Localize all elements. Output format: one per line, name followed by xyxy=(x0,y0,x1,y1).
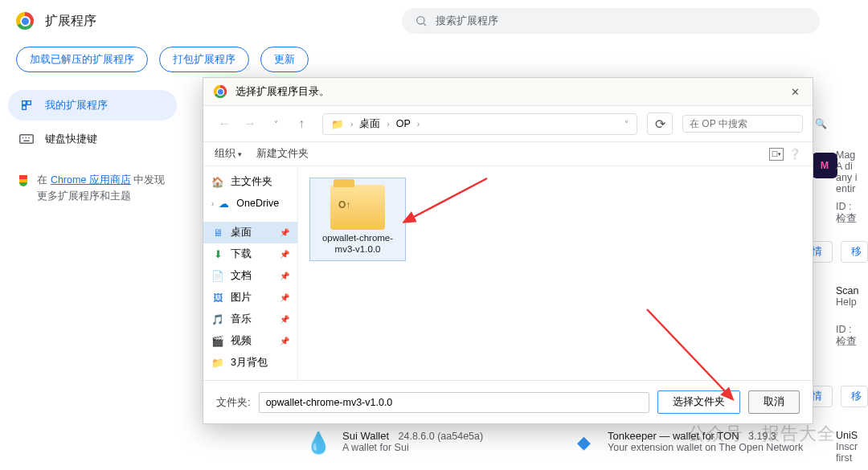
close-button[interactable]: ✕ xyxy=(786,84,805,100)
tree-march[interactable]: 📁3月背包 xyxy=(203,352,297,374)
crumb-item[interactable]: 桌面 xyxy=(359,117,380,131)
refresh-button[interactable]: ⟳ xyxy=(647,112,673,135)
tree-downloads[interactable]: ⬇下载📌 xyxy=(203,243,297,265)
file-list-area[interactable]: opwallet-chrome-mv3-v1.0.0 xyxy=(298,166,813,380)
tree-documents[interactable]: 📄文档📌 xyxy=(203,265,297,287)
ext-name: Sui Wallet xyxy=(342,430,389,442)
webstore-link[interactable]: Chrome 应用商店 xyxy=(51,174,131,186)
dialog-search-input[interactable] xyxy=(690,118,810,129)
crumb-item[interactable]: OP xyxy=(396,118,411,129)
tree-onedrive[interactable]: ›☁OneDrive xyxy=(203,193,297,214)
search-icon: 🔍 xyxy=(815,118,827,129)
keyboard-icon xyxy=(19,133,34,145)
svg-rect-5 xyxy=(20,135,34,144)
sidebar-item-shortcuts[interactable]: 键盘快捷键 xyxy=(8,124,177,154)
tree-music[interactable]: 🎵音乐📌 xyxy=(203,309,297,330)
ext-icon: M xyxy=(812,153,837,178)
home-icon: 🏠 xyxy=(211,176,224,189)
ext-desc: any i xyxy=(836,172,868,183)
up-button[interactable]: ↑ xyxy=(290,112,313,135)
folder-item-opwallet[interactable]: opwallet-chrome-mv3-v1.0.0 xyxy=(309,178,406,261)
ext-version: 24.8.6.0 (aa54e5a) xyxy=(399,431,484,442)
help-button[interactable]: ❔ xyxy=(788,148,801,160)
dialog-search[interactable]: 🔍 xyxy=(682,115,803,133)
chevron-down-icon[interactable]: ˅ xyxy=(624,120,628,129)
update-button[interactable]: 更新 xyxy=(260,47,309,72)
ext-check: 检查 xyxy=(836,335,868,349)
folder-field-label: 文件夹: xyxy=(216,395,251,410)
ext-id-label: ID : xyxy=(836,201,868,212)
remove-button[interactable]: 移 xyxy=(841,241,868,263)
pin-icon: 📌 xyxy=(280,272,289,280)
view-toggle-button[interactable]: ☐ ▾ xyxy=(769,148,784,161)
chrome-logo-icon xyxy=(214,85,227,99)
folder-icon: 📁 xyxy=(331,118,344,130)
pin-icon: 📌 xyxy=(280,337,289,345)
svg-line-1 xyxy=(424,23,426,26)
ext-desc: A di xyxy=(836,161,868,172)
ext-desc: Inscr xyxy=(836,441,868,452)
select-folder-button[interactable]: 选择文件夹 xyxy=(657,390,740,414)
sidebar-item-label: 键盘快捷键 xyxy=(45,132,97,146)
page-title: 扩展程序 xyxy=(45,13,96,30)
document-icon: 📄 xyxy=(211,270,224,283)
pack-extension-button[interactable]: 打包扩展程序 xyxy=(159,47,249,72)
svg-rect-3 xyxy=(27,101,31,105)
folder-tree: 🏠主文件夹 ›☁OneDrive 🖥桌面📌 ⬇下载📌 📄文档📌 🖼图片📌 🎵音乐… xyxy=(203,166,298,380)
load-unpacked-button[interactable]: 加载已解压的扩展程序 xyxy=(16,47,148,72)
sui-icon: 💧 xyxy=(305,430,331,456)
search-icon xyxy=(415,14,428,27)
desktop-icon: 🖥 xyxy=(211,227,224,239)
ext-name: Mag xyxy=(836,149,868,161)
ext-desc: first xyxy=(836,452,868,464)
organize-menu[interactable]: 组织 ▾ xyxy=(215,147,242,161)
tree-pictures[interactable]: 🖼图片📌 xyxy=(203,287,297,309)
ext-name: UniS xyxy=(836,430,868,441)
remove-button[interactable]: 移 xyxy=(841,386,868,407)
folder-picker-dialog: 选择扩展程序目录。 ✕ ← → ˅ ↑ 📁 › 桌面 › OP › ˅ ⟳ 🔍 … xyxy=(203,77,813,424)
svg-point-0 xyxy=(417,17,424,24)
search-placeholder: 搜索扩展程序 xyxy=(436,14,498,28)
video-icon: 🎬 xyxy=(211,335,224,348)
pin-icon: 📌 xyxy=(280,228,289,237)
cancel-button[interactable]: 取消 xyxy=(748,390,800,414)
tree-videos[interactable]: 🎬视频📌 xyxy=(203,330,297,352)
pin-icon: 📌 xyxy=(280,293,289,302)
pin-icon: 📌 xyxy=(280,250,289,259)
svg-line-10 xyxy=(411,178,487,219)
ext-check: 检查 xyxy=(836,212,868,226)
music-icon: 🎵 xyxy=(211,313,224,326)
new-folder-button[interactable]: 新建文件夹 xyxy=(256,147,309,161)
svg-rect-4 xyxy=(23,106,27,110)
folder-icon xyxy=(330,185,385,230)
webstore-promo: 在 Chrome 应用商店 中发现更多扩展程序和主题 xyxy=(8,157,177,219)
chevron-icon: › xyxy=(417,120,420,129)
chrome-logo-icon xyxy=(16,12,34,30)
back-button[interactable]: ← xyxy=(213,112,235,135)
dialog-title: 选择扩展程序目录。 xyxy=(235,85,330,99)
ext-desc: A wallet for Sui xyxy=(342,442,483,453)
ext-id-label: ID : xyxy=(836,324,868,335)
recent-button[interactable]: ˅ xyxy=(264,112,287,135)
sidebar-item-my-extensions[interactable]: 我的扩展程序 xyxy=(8,90,177,121)
tonkeeper-icon: ◆ xyxy=(571,430,596,456)
watermark: 公众号：报告大全 xyxy=(688,422,836,446)
breadcrumb[interactable]: 📁 › 桌面 › OP › ˅ xyxy=(322,113,637,135)
sidebar-item-label: 我的扩展程序 xyxy=(45,98,108,112)
folder-name-input[interactable] xyxy=(259,392,649,413)
tree-desktop[interactable]: 🖥桌面📌 xyxy=(203,222,297,243)
folder-label: opwallet-chrome-mv3-v1.0.0 xyxy=(315,233,400,255)
forward-button[interactable]: → xyxy=(239,112,261,135)
svg-rect-2 xyxy=(23,101,27,105)
ext-name: Scan xyxy=(836,285,868,296)
folder-icon: 📁 xyxy=(211,357,224,370)
search-input[interactable]: 搜索扩展程序 xyxy=(402,8,820,34)
tree-mainfolder[interactable]: 🏠主文件夹 xyxy=(203,171,297,193)
download-icon: ⬇ xyxy=(211,248,224,261)
ext-desc: Help xyxy=(836,296,868,308)
chevron-icon: › xyxy=(350,120,353,129)
chevron-icon: › xyxy=(387,120,389,129)
pictures-icon: 🖼 xyxy=(211,292,224,304)
webstore-text: 在 xyxy=(37,174,50,186)
webstore-icon xyxy=(19,175,27,186)
